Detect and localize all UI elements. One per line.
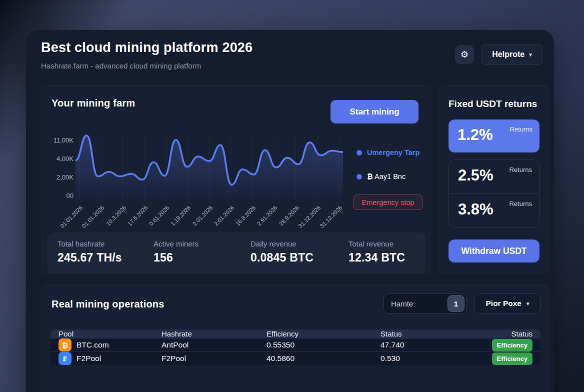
emergency-stop-button[interactable]: Emergency stop [354, 194, 422, 210]
pool-name: BTC.com [76, 340, 109, 350]
returns-title: Fixed USDT returns [448, 98, 537, 110]
page-title: Best cloud mining platform 2026 [41, 40, 252, 56]
btc-pool-icon: ₿ [58, 338, 72, 352]
search-input[interactable] [391, 294, 441, 313]
efficiency-badge: Efficiency [492, 352, 532, 365]
chart-y-axis: 11,00K4,00K2,00K00 [44, 136, 74, 200]
account-label: Helprote [492, 50, 524, 59]
chevron-down-icon: ▾ [529, 52, 532, 58]
operations-title: Real mining operations [52, 298, 164, 310]
usdt-returns-panel: Fixed USDT returns 1.2% Returns 2.5% Ret… [438, 85, 549, 274]
pool-status: 47.740 [380, 340, 480, 350]
table-row[interactable]: ₿ BTC.com AntPool 0.55350 47.740 Efficie… [50, 338, 540, 352]
chevron-down-icon: ▾ [526, 300, 530, 307]
legend-item-emergency-tarp[interactable]: Umergeny Tarp [356, 148, 420, 156]
table-row[interactable]: ₣ F2Pool F2Pool 40.5860 0.530 Efficiency [50, 352, 540, 365]
pool-efficiency: 40.5860 [266, 354, 380, 363]
operations-panel: Real mining operations 1 Pior Poxe ▾ Poo… [41, 284, 549, 392]
settings-button[interactable]: ⚙ [455, 45, 474, 64]
stat-daily-revenue: Daily revenue 0.0845 BTC [250, 240, 314, 264]
farm-stats: Total hashrate 245.67 TH/s Active miners… [48, 232, 426, 273]
legend-dot-icon [356, 174, 362, 180]
gear-icon: ⚙ [460, 49, 468, 60]
f2pool-icon: ₣ [58, 352, 72, 365]
stat-total-revenue: Total revenue 12.34 BTC [348, 240, 405, 264]
mining-farm-panel: Your mining farm Start mining 11,00K4,00… [41, 85, 431, 274]
legend-item-btc[interactable]: ₿ Aay1 Bnc [356, 172, 406, 180]
legend-label: ₿ Aay1 Bnc [367, 172, 406, 180]
main-card: Best cloud mining platform 2026 Hashrate… [26, 30, 554, 392]
stat-active-miners: Active miners 156 [154, 240, 198, 264]
stat-total-hashrate: Total hashrate 245.67 TH/s [58, 240, 122, 264]
start-mining-button[interactable]: Start mining [330, 100, 418, 124]
efficiency-badge: Efficiency [492, 339, 532, 352]
y-tick-label: 2,00K [56, 174, 74, 181]
pool-hashrate: AntPool [162, 340, 266, 350]
page-subtitle: Hashrate.farm - advanced cloud mining pl… [41, 62, 201, 70]
search-count-badge[interactable]: 1 [448, 295, 464, 312]
return-option-3-8[interactable]: 3.8% Returns [449, 194, 539, 227]
hashrate-chart [76, 130, 343, 200]
return-option-1-2[interactable]: 1.2% Returns [448, 120, 540, 152]
bitcoin-icon: ₿ [367, 172, 373, 180]
y-tick-label: 11,00K [54, 136, 74, 144]
filter-dropdown[interactable]: Pior Poxe ▾ [474, 294, 540, 314]
filter-label: Pior Poxe [486, 299, 522, 308]
operations-search: 1 [384, 294, 466, 314]
return-options-group: 2.5% Returns 3.8% Returns [448, 160, 540, 228]
pool-name: F2Pool [76, 354, 101, 363]
pool-efficiency: 0.55350 [266, 340, 380, 350]
pools-table: Pool Hashrate Efficiency Status Status ₿… [50, 330, 540, 365]
pool-status: 0.530 [380, 354, 480, 363]
mining-farm-title: Your mining farm [52, 98, 135, 109]
pool-hashrate: F2Pool [162, 354, 266, 363]
legend-dot-icon [356, 150, 362, 156]
withdraw-usdt-button[interactable]: Withdraw USDT [448, 240, 540, 262]
legend-label: Umergeny Tarp [367, 148, 420, 156]
return-option-2-5[interactable]: 2.5% Returns [449, 160, 539, 194]
y-tick-label: 00 [66, 192, 74, 200]
table-header: Pool Hashrate Efficiency Status Status [50, 330, 540, 338]
y-tick-label: 4,00K [56, 155, 74, 162]
account-dropdown[interactable]: Helprote ▾ [481, 44, 543, 65]
